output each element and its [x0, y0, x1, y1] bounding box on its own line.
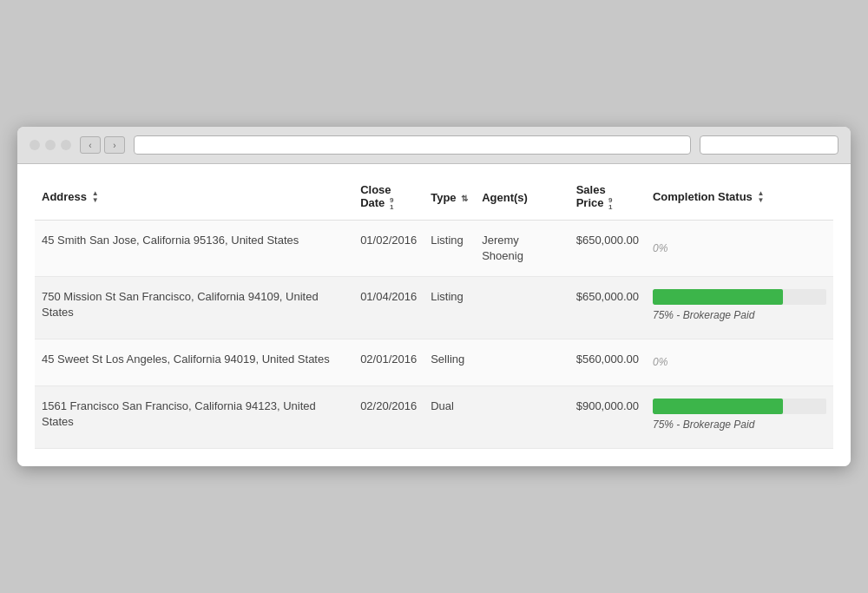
col-header-agents: Agent(s) [475, 173, 569, 220]
table-row: 1561 Francisco San Franciso, California … [35, 385, 833, 448]
minimize-button[interactable] [45, 140, 56, 150]
sort-az-status-icon: ▲▼ [757, 190, 764, 204]
listings-table: Address ▲▼ CloseDate 91 Type [35, 173, 833, 448]
maximize-button[interactable] [61, 140, 71, 150]
cell-type: Dual [424, 385, 475, 448]
cell-sales-price: $650,000.00 [569, 277, 646, 339]
back-button[interactable]: ‹ [80, 136, 101, 154]
progress-bar-bg [653, 289, 826, 305]
cell-type: Selling [424, 339, 475, 386]
cell-completion-status: 0% [646, 339, 833, 386]
cell-close-date: 02/20/2016 [353, 385, 424, 448]
titlebar: ‹ › [17, 127, 851, 164]
cell-completion-status: 0% [646, 220, 833, 276]
col-header-completion-status[interactable]: Completion Status ▲▼ [646, 173, 833, 220]
table-row: 750 Mission St San Francisco, California… [35, 277, 833, 339]
col-header-type[interactable]: Type ⇅ [424, 173, 475, 220]
sort-91-icon: 91 [390, 197, 393, 211]
cell-completion-status: 75% - Brokerage Paid [646, 277, 833, 339]
table-row: 45 Sweet St Los Angeles, California 9401… [35, 339, 833, 386]
traffic-lights [30, 140, 71, 150]
progress-bar-fill [653, 399, 783, 414]
table-container: Address ▲▼ CloseDate 91 Type [17, 164, 851, 465]
col-header-close-date[interactable]: CloseDate 91 [353, 173, 424, 220]
cell-sales-price: $900,000.00 [569, 385, 646, 448]
cell-type: Listing [424, 220, 475, 276]
cell-address: 1561 Francisco San Franciso, California … [35, 385, 353, 448]
col-header-address[interactable]: Address ▲▼ [35, 173, 353, 220]
search-bar[interactable] [700, 135, 838, 155]
zero-percent-label: 0% [653, 241, 826, 256]
cell-address: 750 Mission St San Francisco, California… [35, 277, 353, 339]
sort-az-icon: ▲▼ [92, 190, 99, 204]
cell-sales-price: $560,000.00 [569, 339, 646, 386]
sort-91-price-icon: 91 [608, 197, 612, 211]
progress-bar-container: 75% - Brokerage Paid [653, 399, 826, 432]
cell-agents [475, 277, 569, 339]
zero-percent-label: 0% [653, 355, 826, 370]
cell-address: 45 Smith San Jose, California 95136, Uni… [35, 220, 353, 276]
progress-bar-fill [653, 289, 783, 305]
forward-button[interactable]: › [104, 136, 125, 154]
cell-close-date: 01/02/2016 [353, 220, 424, 276]
nav-buttons: ‹ › [80, 136, 125, 154]
col-header-sales-price[interactable]: SalesPrice 91 [569, 173, 646, 220]
cell-close-date: 02/01/2016 [353, 339, 424, 386]
progress-bar-container: 0% [653, 355, 826, 370]
progress-bar-bg [653, 399, 826, 414]
cell-type: Listing [424, 277, 475, 339]
completion-label: 75% - Brokerage Paid [653, 308, 826, 323]
progress-bar-container: 0% [653, 241, 826, 256]
cell-close-date: 01/04/2016 [353, 277, 424, 339]
cell-agents [475, 385, 569, 448]
close-button[interactable] [30, 140, 40, 150]
sort-updown-icon: ⇅ [461, 194, 468, 203]
address-bar[interactable] [134, 135, 691, 155]
cell-agents: Jeremy Shoenig [475, 220, 569, 276]
browser-window: ‹ › Address ▲▼ CloseDate [17, 127, 851, 465]
cell-sales-price: $650,000.00 [569, 220, 646, 276]
table-header-row: Address ▲▼ CloseDate 91 Type [35, 173, 833, 220]
cell-address: 45 Sweet St Los Angeles, California 9401… [35, 339, 353, 386]
cell-completion-status: 75% - Brokerage Paid [646, 385, 833, 448]
table-row: 45 Smith San Jose, California 95136, Uni… [35, 220, 833, 276]
cell-agents [475, 339, 569, 386]
completion-label: 75% - Brokerage Paid [653, 418, 826, 432]
progress-bar-container: 75% - Brokerage Paid [653, 289, 826, 323]
main-content: Address ▲▼ CloseDate 91 Type [17, 164, 851, 465]
